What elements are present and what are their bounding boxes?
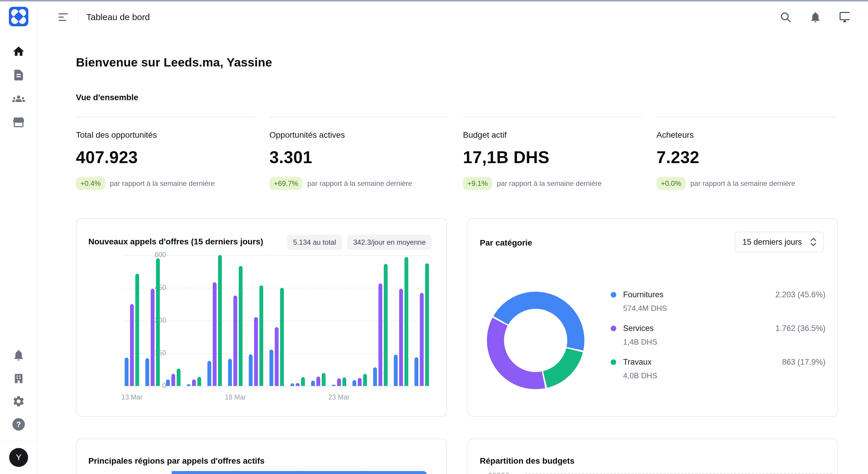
bar-group-16-mar[interactable] <box>187 255 201 386</box>
stat-value: 7.232 <box>656 147 836 167</box>
sidebar-nav-bottom: ? <box>12 348 25 431</box>
bar-vert <box>301 377 305 386</box>
leeds-logo[interactable] <box>9 7 28 26</box>
users-icon <box>12 92 25 105</box>
bar-bleu <box>270 350 273 386</box>
bar-group-15-mar[interactable] <box>166 255 181 386</box>
bar-group-24-mar[interactable] <box>352 255 367 386</box>
bar-vert <box>404 257 408 386</box>
sidebar-item-marketplace[interactable] <box>12 116 25 129</box>
bar-bleu <box>249 354 253 386</box>
bar-violet <box>399 289 403 386</box>
legend-value: 863 (17.9%) <box>782 358 826 367</box>
bar-group-19-mar[interactable] <box>249 255 263 386</box>
sidebar-item-organization[interactable] <box>12 372 25 385</box>
sidebar-item-help[interactable]: ? <box>12 418 25 431</box>
sidebar-item-settings[interactable] <box>12 394 25 408</box>
stat-value: 407.923 <box>76 147 255 167</box>
bar-group-20-mar[interactable] <box>270 255 284 386</box>
stat-active-opportunities: Opportunités actives 3.301 +69.7% par ra… <box>270 117 448 190</box>
regions-card-title: Principales régions par appels d'offres … <box>88 456 265 466</box>
bar-violet <box>378 284 382 386</box>
bar-violet <box>420 293 424 386</box>
notifications-button[interactable] <box>809 11 822 24</box>
bar-bleu <box>394 355 398 386</box>
bar-vert <box>177 368 181 386</box>
bar-violet <box>254 317 258 386</box>
sidebar-nav-top <box>12 45 25 129</box>
period-select-value: 15 derniers jours <box>742 238 809 247</box>
bar-bleu <box>145 358 149 386</box>
bar-vert <box>259 286 263 386</box>
stat-note: par rapport à la semaine dernière <box>690 179 795 188</box>
bar-group-26-mar[interactable] <box>394 255 408 386</box>
bar-group-17-mar[interactable] <box>208 255 222 386</box>
bar-bleu <box>373 367 377 386</box>
bar-vert <box>384 264 388 386</box>
bar-bleu <box>352 380 356 386</box>
user-avatar[interactable]: Y <box>9 448 28 467</box>
new-tenders-card: Nouveaux appels d'offres (15 derniers jo… <box>76 218 447 417</box>
search-button[interactable] <box>779 11 792 24</box>
building-icon <box>12 372 25 385</box>
bar-violet <box>234 296 237 386</box>
bar-group-18-mar[interactable] <box>228 255 243 386</box>
sidebar: ? Y <box>0 1 37 474</box>
stat-buyers: Acheteurs 7.232 +0.0% par rapport à la s… <box>656 117 836 190</box>
document-icon <box>12 68 25 82</box>
stat-note: par rapport à la semaine dernière <box>307 179 412 188</box>
monitor-icon <box>839 11 851 23</box>
bar-violet <box>296 383 300 386</box>
stat-label: Opportunités actives <box>270 130 448 140</box>
tenders-bar-chart: 6004503001500 13 Mar18 Mar23 Mar <box>125 255 429 386</box>
bar-violet <box>130 304 134 386</box>
sidebar-item-documents[interactable] <box>12 68 25 82</box>
bar-bleu <box>125 358 128 386</box>
sidebar-toggle-button[interactable] <box>59 11 70 23</box>
top-regions-card: Principales régions par appels d'offres … <box>76 439 447 474</box>
storefront-icon <box>12 116 25 129</box>
stat-label: Budget actif <box>463 130 642 140</box>
legend-amount: 574,4M DHS <box>611 304 826 313</box>
stat-change-badge: +0.4% <box>76 177 105 190</box>
top-bar: Tableau de bord <box>37 1 868 33</box>
by-category-card: Par catégorie 15 derniers jours Fournitu… <box>467 218 838 417</box>
header-actions <box>779 11 852 24</box>
overview-section-title: Vue d'ensemble <box>76 93 138 102</box>
bar-group-22-mar[interactable] <box>311 255 326 386</box>
stat-change-badge: +0.0% <box>656 177 686 190</box>
bar-vert <box>156 258 160 386</box>
sidebar-item-home[interactable] <box>12 45 25 58</box>
gear-icon <box>12 395 25 408</box>
bar-violet <box>275 327 279 386</box>
sidebar-item-notifications[interactable] <box>12 348 25 362</box>
bar-bleu <box>166 380 170 386</box>
bar-violet <box>213 282 217 386</box>
stat-note: par rapport à la semaine dernière <box>110 179 215 188</box>
gridline <box>125 386 429 387</box>
bar-violet <box>337 378 341 386</box>
bar-group-27-mar[interactable] <box>414 255 429 386</box>
bell-icon <box>809 11 822 23</box>
bar-vert <box>218 255 222 386</box>
bar-group-14-mar[interactable] <box>145 255 160 386</box>
avatar-initial: Y <box>16 453 22 462</box>
display-mode-button[interactable] <box>839 11 852 24</box>
chevron-up-down-icon <box>809 237 817 247</box>
bar-group-21-mar[interactable] <box>290 255 305 386</box>
bar-vert <box>135 274 139 386</box>
stat-active-budget: Budget actif 17,1B DHS +9.1% par rapport… <box>463 117 642 190</box>
bar-group-13-mar[interactable] <box>125 255 139 386</box>
bar-group-23-mar[interactable] <box>332 255 346 386</box>
legend-dot-services <box>611 326 616 331</box>
period-select[interactable]: 15 derniers jours <box>735 232 824 253</box>
legend-name: Services <box>623 324 654 333</box>
sidebar-item-users[interactable] <box>12 92 25 106</box>
legend-amount: 1,4B DHS <box>611 337 826 347</box>
legend-name: Travaux <box>623 358 652 367</box>
bar-vert <box>363 374 367 386</box>
legend-item-services: Services 1.762 (36.5%) 1,4B DHS <box>611 324 826 347</box>
category-card-title: Par catégorie <box>480 238 532 248</box>
bar-group-25-mar[interactable] <box>373 255 388 386</box>
bar-violet <box>192 380 196 386</box>
